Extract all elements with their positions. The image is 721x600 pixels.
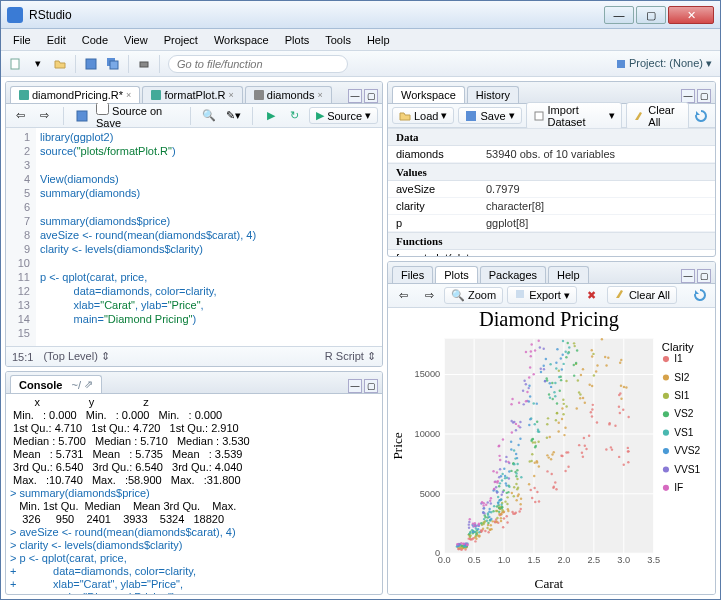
minimize-button[interactable]: — xyxy=(604,6,634,24)
svg-point-484 xyxy=(502,438,504,440)
tab-history[interactable]: History xyxy=(467,86,519,103)
tab-workspace[interactable]: Workspace xyxy=(392,86,465,103)
pane-max-icon[interactable]: ▢ xyxy=(697,269,711,283)
workspace-tabs: Workspace History —▢ xyxy=(388,82,715,104)
svg-point-32 xyxy=(469,538,471,540)
load-button[interactable]: Load▾ xyxy=(392,107,454,124)
svg-point-293 xyxy=(567,342,569,344)
menu-plots[interactable]: Plots xyxy=(277,32,317,48)
menu-code[interactable]: Code xyxy=(74,32,116,48)
save-icon[interactable] xyxy=(73,106,91,126)
tab-console[interactable]: Console ~/ ⇗ xyxy=(10,375,102,393)
env-row[interactable]: format.plot(plot, size) xyxy=(388,250,715,256)
svg-point-164 xyxy=(582,397,584,399)
forward-icon[interactable]: ⇨ xyxy=(35,106,53,126)
console-output[interactable]: x y z Min. : 0.000 Min. : 0.000 Min. : 0… xyxy=(6,394,382,594)
pane-min-icon[interactable]: — xyxy=(681,269,695,283)
tab-packages[interactable]: Packages xyxy=(480,266,546,283)
wand-icon[interactable]: ✎▾ xyxy=(224,106,242,126)
code-editor[interactable]: 123456789101112131415 library(ggplot2) s… xyxy=(6,128,382,346)
open-file-icon[interactable] xyxy=(50,54,70,74)
back-icon[interactable]: ⇦ xyxy=(11,106,29,126)
svg-point-462 xyxy=(466,544,468,546)
svg-point-237 xyxy=(573,342,575,344)
menu-help[interactable]: Help xyxy=(359,32,398,48)
tab-plots[interactable]: Plots xyxy=(435,266,477,283)
env-row[interactable]: claritycharacter[8] xyxy=(388,198,715,215)
menu-project[interactable]: Project xyxy=(156,32,206,48)
close-icon[interactable]: × xyxy=(126,90,131,100)
source-button[interactable]: ▶Source ▾ xyxy=(309,107,378,124)
env-row[interactable]: aveSize0.7979 xyxy=(388,181,715,198)
pane-min-icon[interactable]: — xyxy=(681,89,695,103)
svg-text:Clarity: Clarity xyxy=(662,341,694,353)
plot-next-icon[interactable]: ⇨ xyxy=(419,285,439,305)
lang-indicator[interactable]: R Script ⇕ xyxy=(325,350,376,363)
menubar: File Edit Code View Project Workspace Pl… xyxy=(1,29,720,51)
pane-max-icon[interactable]: ▢ xyxy=(364,89,378,103)
run-icon[interactable]: ▶ xyxy=(261,106,279,126)
goto-file-input[interactable] xyxy=(168,55,348,73)
tab-formatplot[interactable]: formatPlot.R× xyxy=(142,86,242,103)
menu-edit[interactable]: Edit xyxy=(39,32,74,48)
save-ws-button[interactable]: Save▾ xyxy=(458,107,521,124)
env-row[interactable]: diamonds53940 obs. of 10 variables xyxy=(388,146,715,163)
refresh-icon[interactable] xyxy=(690,285,710,305)
menu-tools[interactable]: Tools xyxy=(317,32,359,48)
svg-point-405 xyxy=(556,348,558,350)
tab-files[interactable]: Files xyxy=(392,266,433,283)
refresh-icon[interactable] xyxy=(693,106,711,126)
svg-point-470 xyxy=(485,503,487,505)
clear-plots-button[interactable]: Clear All xyxy=(607,286,677,304)
tab-diamondpricing[interactable]: diamondPricing.R*× xyxy=(10,86,140,103)
menu-view[interactable]: View xyxy=(116,32,156,48)
svg-point-227 xyxy=(546,423,548,425)
titlebar[interactable]: RStudio — ▢ ✕ xyxy=(1,1,720,29)
code-content[interactable]: library(ggplot2) source("plots/formatPlo… xyxy=(36,128,382,346)
new-file-dropdown-icon[interactable]: ▾ xyxy=(28,54,48,74)
new-file-icon[interactable] xyxy=(6,54,26,74)
svg-point-90 xyxy=(611,448,613,450)
svg-rect-7 xyxy=(466,111,476,121)
svg-rect-9 xyxy=(516,290,524,298)
tab-diamonds[interactable]: diamonds× xyxy=(245,86,332,103)
pane-max-icon[interactable]: ▢ xyxy=(697,89,711,103)
pane-max-icon[interactable]: ▢ xyxy=(364,379,378,393)
svg-point-378 xyxy=(498,499,500,501)
menu-workspace[interactable]: Workspace xyxy=(206,32,277,48)
svg-point-480 xyxy=(496,471,498,473)
find-icon[interactable]: 🔍 xyxy=(200,106,218,126)
clear-all-button[interactable]: Clear All xyxy=(626,102,688,130)
export-button[interactable]: Export▾ xyxy=(507,286,577,304)
close-icon[interactable]: × xyxy=(229,90,234,100)
svg-point-204 xyxy=(496,517,498,519)
svg-point-403 xyxy=(545,358,547,360)
pane-min-icon[interactable]: — xyxy=(348,89,362,103)
zoom-button[interactable]: 🔍Zoom xyxy=(444,287,503,304)
save-icon[interactable] xyxy=(81,54,101,74)
tab-help-plots[interactable]: Help xyxy=(548,266,589,283)
scope-indicator[interactable]: (Top Level) ⇕ xyxy=(43,350,109,363)
menu-file[interactable]: File xyxy=(5,32,39,48)
svg-point-493 xyxy=(525,351,527,353)
project-menu[interactable]: Project: (None) ▾ xyxy=(616,57,712,70)
svg-point-88 xyxy=(591,415,593,417)
svg-point-238 xyxy=(573,345,575,347)
wd-arrow-icon[interactable]: ⇗ xyxy=(84,378,93,391)
close-icon[interactable]: × xyxy=(317,90,322,100)
pane-min-icon[interactable]: — xyxy=(348,379,362,393)
window-title: RStudio xyxy=(29,8,602,22)
env-row[interactable]: pggplot[8] xyxy=(388,215,715,232)
maximize-button[interactable]: ▢ xyxy=(636,6,666,24)
close-button[interactable]: ✕ xyxy=(668,6,714,24)
plot-prev-icon[interactable]: ⇦ xyxy=(393,285,413,305)
source-on-save-checkbox[interactable]: Source on Save xyxy=(96,102,182,129)
import-dataset-button[interactable]: Import Dataset▾ xyxy=(526,102,623,130)
rerun-icon[interactable]: ↻ xyxy=(286,106,304,126)
print-icon[interactable] xyxy=(134,54,154,74)
svg-point-240 xyxy=(579,393,581,395)
save-all-icon[interactable] xyxy=(103,54,123,74)
svg-point-286 xyxy=(531,438,533,440)
remove-plot-icon[interactable]: ✖ xyxy=(582,285,602,305)
svg-point-274 xyxy=(498,485,500,487)
